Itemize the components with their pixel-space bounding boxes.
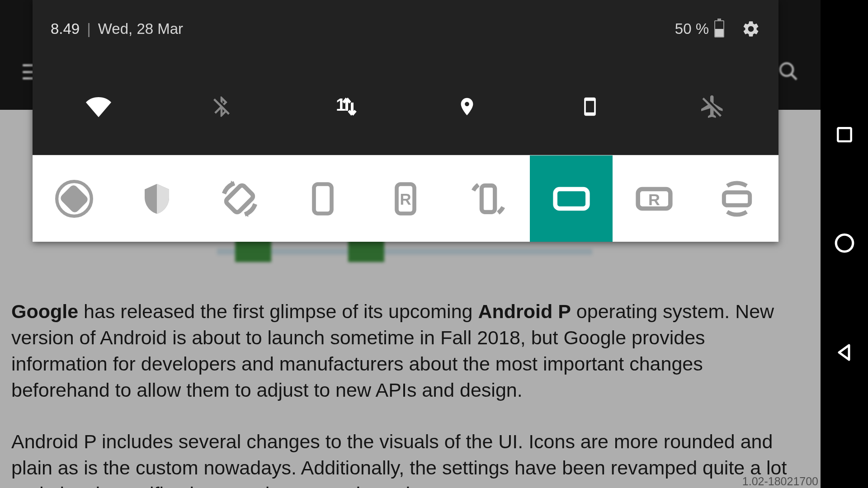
svg-rect-13 <box>724 192 750 205</box>
rot-tile-landscape[interactable] <box>530 155 613 242</box>
svg-rect-9 <box>482 185 495 212</box>
qs-tile-bluetooth[interactable] <box>160 92 283 121</box>
qs-tile-mobile-data[interactable]: 1 <box>283 93 406 121</box>
quick-settings-panel: 8.49 | Wed, 28 Mar 50 % 1 <box>33 0 778 242</box>
settings-button[interactable] <box>741 19 760 38</box>
airplane-off-icon <box>699 93 726 120</box>
phone-portrait-icon <box>580 92 600 122</box>
battery-icon <box>714 20 724 38</box>
circle-icon <box>833 232 856 254</box>
qs-tile-wifi[interactable] <box>37 94 160 119</box>
svg-rect-10 <box>555 189 588 208</box>
bluetooth-off-icon <box>209 92 234 121</box>
battery-percent: 50 % <box>675 20 709 38</box>
qs-tiles-row: 1 <box>33 58 778 155</box>
landscape-icon <box>552 186 591 212</box>
portrait-sensor-icon <box>467 179 509 219</box>
svg-text:R: R <box>648 191 660 209</box>
svg-rect-6 <box>314 184 331 213</box>
svg-text:R: R <box>400 191 411 208</box>
separator: | <box>87 20 91 38</box>
square-icon <box>835 125 854 145</box>
navigation-bar <box>821 0 868 488</box>
date: Wed, 28 Mar <box>98 20 183 38</box>
version-label: 1.02-18021700 <box>742 475 818 488</box>
landscape-reverse-icon: R <box>635 186 674 212</box>
qs-tile-airplane[interactable] <box>651 93 774 120</box>
landscape-sensor-icon <box>716 179 758 218</box>
rot-tile-auto-rotate[interactable] <box>198 155 281 242</box>
shield-icon <box>141 180 173 217</box>
svg-text:1: 1 <box>336 95 346 114</box>
rot-tile-portrait-reverse[interactable]: R <box>364 155 447 242</box>
rot-tile-portrait-sensor[interactable] <box>447 155 530 242</box>
auto-rotate-icon <box>219 178 260 220</box>
svg-point-15 <box>836 235 853 252</box>
svg-rect-4 <box>61 186 87 211</box>
nav-back-button[interactable] <box>834 342 855 363</box>
portrait-reverse-icon: R <box>394 180 417 217</box>
mobile-data-icon: 1 <box>330 93 358 121</box>
nav-recent-button[interactable] <box>835 125 854 145</box>
rotation-options-row: R R <box>33 155 778 242</box>
rot-tile-guard[interactable] <box>115 155 198 242</box>
rot-tile-landscape-reverse[interactable]: R <box>613 155 695 242</box>
rot-tile-portrait[interactable] <box>281 155 364 242</box>
article-body: Google has released the first glimpse of… <box>11 298 802 488</box>
portrait-icon <box>311 180 335 217</box>
svg-rect-14 <box>838 128 851 141</box>
nav-home-button[interactable] <box>833 232 856 254</box>
qs-header: 8.49 | Wed, 28 Mar 50 % <box>33 0 778 58</box>
location-icon <box>457 93 477 121</box>
clock: 8.49 <box>51 20 80 38</box>
article-paragraph: Android P includes several changes to th… <box>11 428 802 488</box>
auto-rotate-lock-icon <box>53 178 95 220</box>
rot-tile-landscape-sensor[interactable] <box>696 155 778 242</box>
qs-tile-portrait[interactable] <box>528 92 651 122</box>
gear-icon <box>741 19 760 38</box>
wifi-icon <box>83 94 114 119</box>
qs-tile-location[interactable] <box>406 93 528 121</box>
back-triangle-icon <box>834 342 855 363</box>
rot-tile-auto-lock[interactable] <box>33 155 115 242</box>
